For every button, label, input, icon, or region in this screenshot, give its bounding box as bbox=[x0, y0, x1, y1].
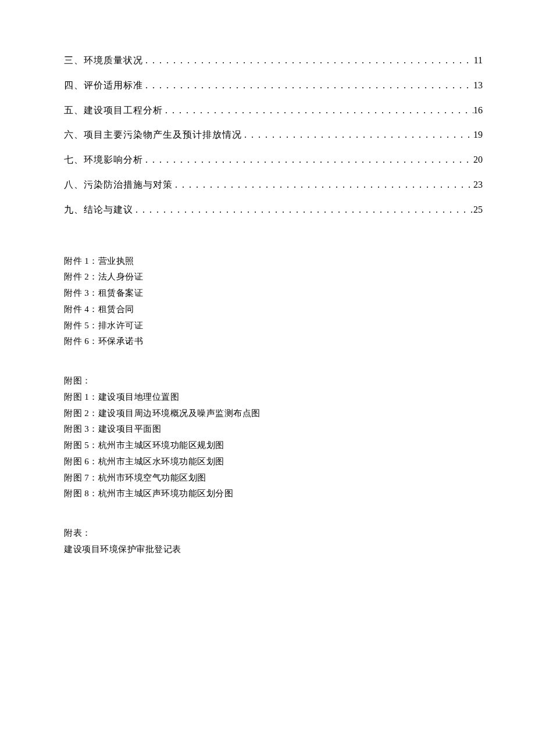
toc-title[interactable]: 八、污染防治措施与对策 bbox=[64, 177, 173, 194]
figures-list: 附图： 附图 1：建设项目地理位置图 附图 2：建设项目周边环境概况及噪声监测布… bbox=[64, 373, 483, 502]
figure-item: 附图 1：建设项目地理位置图 bbox=[64, 389, 483, 406]
table-item: 建设项目环境保护审批登记表 bbox=[64, 542, 483, 558]
toc-page: 16 bbox=[473, 102, 483, 119]
toc-entry: 九、结论与建议 . . . . . . . . . . . . . . . . … bbox=[64, 202, 483, 218]
toc-title[interactable]: 三、环境质量状况 bbox=[64, 52, 143, 69]
figure-item: 附图 3：建设项目平面图 bbox=[64, 421, 483, 438]
toc-title[interactable]: 九、结论与建议 bbox=[64, 202, 133, 218]
toc-entry: 七、环境影响分析 . . . . . . . . . . . . . . . .… bbox=[64, 152, 483, 169]
attachment-item: 附件 6：环保承诺书 bbox=[64, 334, 483, 350]
toc-dots: . . . . . . . . . . . . . . . . . . . . … bbox=[163, 102, 473, 119]
toc-entry: 八、污染防治措施与对策 . . . . . . . . . . . . . . … bbox=[64, 177, 483, 194]
toc-entry: 六、项目主要污染物产生及预计排放情况 . . . . . . . . . . .… bbox=[64, 127, 483, 144]
toc-dots: . . . . . . . . . . . . . . . . . . . . … bbox=[242, 127, 473, 144]
attachment-item: 附件 2：法人身份证 bbox=[64, 269, 483, 285]
tables-header: 附表： bbox=[64, 525, 483, 542]
toc-page: 23 bbox=[473, 177, 483, 194]
toc-dots: . . . . . . . . . . . . . . . . . . . . … bbox=[143, 52, 474, 69]
toc-entry: 三、环境质量状况 . . . . . . . . . . . . . . . .… bbox=[64, 52, 483, 69]
toc-page: 13 bbox=[473, 77, 483, 94]
figure-item: 附图 6：杭州市主城区水环境功能区划图 bbox=[64, 454, 483, 470]
toc-dots: . . . . . . . . . . . . . . . . . . . . … bbox=[143, 77, 473, 94]
toc-dots: . . . . . . . . . . . . . . . . . . . . … bbox=[143, 152, 473, 169]
toc-dots: . . . . . . . . . . . . . . . . . . . . … bbox=[173, 177, 473, 194]
toc-dots: . . . . . . . . . . . . . . . . . . . . … bbox=[133, 202, 473, 218]
toc-entry: 四、评价适用标准 . . . . . . . . . . . . . . . .… bbox=[64, 77, 483, 94]
attachment-item: 附件 1：营业执照 bbox=[64, 253, 483, 270]
toc-title[interactable]: 四、评价适用标准 bbox=[64, 77, 143, 94]
tables-list: 附表： 建设项目环境保护审批登记表 bbox=[64, 525, 483, 558]
toc-page: 11 bbox=[474, 52, 483, 69]
figure-item: 附图 5：杭州市主城区环境功能区规划图 bbox=[64, 438, 483, 454]
table-of-contents: 三、环境质量状况 . . . . . . . . . . . . . . . .… bbox=[64, 52, 483, 218]
toc-title[interactable]: 五、建设项目工程分析 bbox=[64, 102, 163, 119]
figure-item: 附图 8：杭州市主城区声环境功能区划分图 bbox=[64, 486, 483, 502]
toc-entry: 五、建设项目工程分析 . . . . . . . . . . . . . . .… bbox=[64, 102, 483, 119]
attachment-item: 附件 4：租赁合同 bbox=[64, 302, 483, 318]
attachment-item: 附件 3：租赁备案证 bbox=[64, 285, 483, 302]
attachment-item: 附件 5：排水许可证 bbox=[64, 318, 483, 334]
attachments-list: 附件 1：营业执照 附件 2：法人身份证 附件 3：租赁备案证 附件 4：租赁合… bbox=[64, 253, 483, 350]
toc-page: 19 bbox=[473, 127, 483, 144]
toc-title[interactable]: 七、环境影响分析 bbox=[64, 152, 143, 169]
toc-page: 25 bbox=[473, 202, 483, 218]
figure-item: 附图 2：建设项目周边环境概况及噪声监测布点图 bbox=[64, 406, 483, 422]
figures-header: 附图： bbox=[64, 373, 483, 389]
figure-item: 附图 7：杭州市环境空气功能区划图 bbox=[64, 470, 483, 486]
toc-title[interactable]: 六、项目主要污染物产生及预计排放情况 bbox=[64, 127, 242, 144]
toc-page: 20 bbox=[473, 152, 483, 169]
